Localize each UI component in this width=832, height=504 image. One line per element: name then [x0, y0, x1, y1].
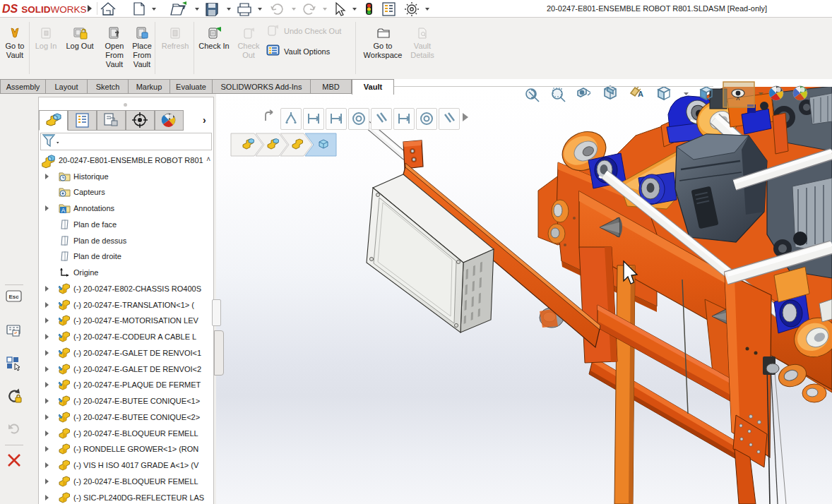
- svg-text:Esc: Esc: [8, 294, 19, 300]
- svg-text:A: A: [61, 207, 66, 214]
